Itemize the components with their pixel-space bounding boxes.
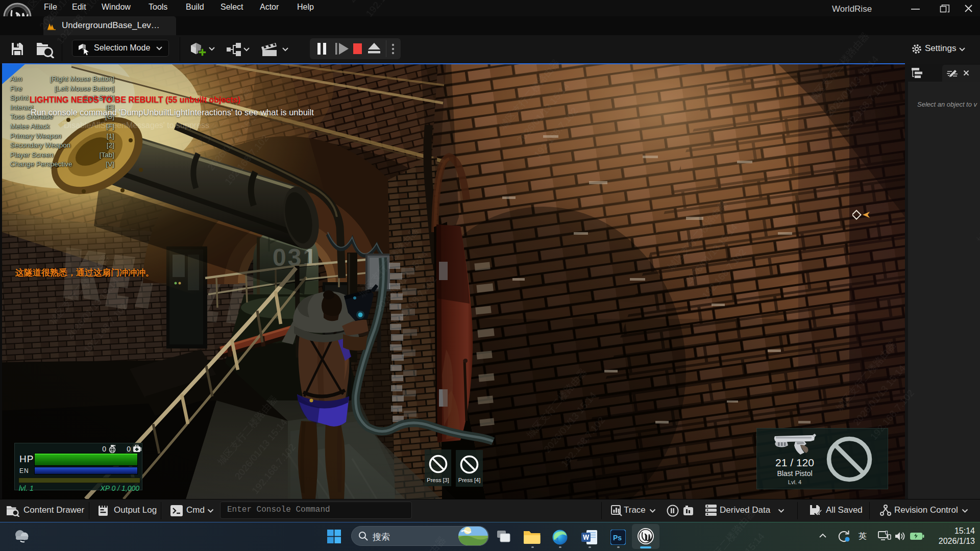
svg-text:Ps: Ps bbox=[613, 534, 622, 542]
